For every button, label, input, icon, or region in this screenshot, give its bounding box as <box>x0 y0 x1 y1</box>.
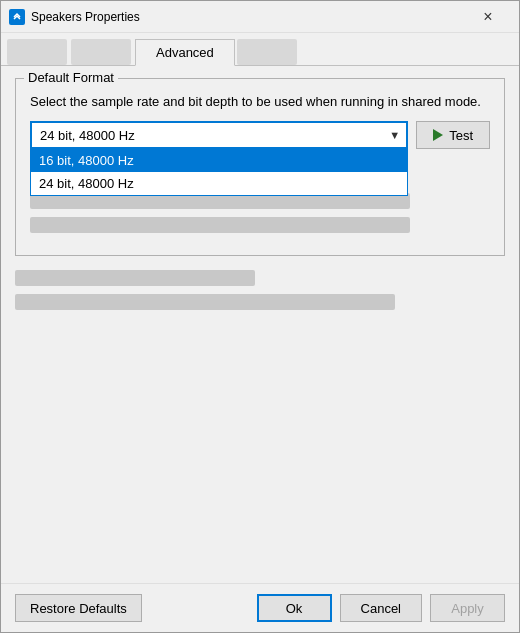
tab-bar: Advanced <box>1 33 519 66</box>
title-bar: Speakers Properties × <box>1 1 519 33</box>
close-button[interactable]: × <box>465 1 511 33</box>
default-format-group: Default Format Select the sample rate an… <box>15 78 505 256</box>
dropdown-item-2[interactable]: 24 bit, 48000 Hz <box>31 172 407 195</box>
dialog-buttons: Ok Cancel Apply <box>257 594 505 622</box>
ok-button[interactable]: Ok <box>257 594 332 622</box>
content-area: Default Format Select the sample rate an… <box>1 66 519 583</box>
tab-placeholder-3[interactable] <box>237 39 297 65</box>
cancel-button[interactable]: Cancel <box>340 594 422 622</box>
extra-section <box>15 270 505 310</box>
placeholder-bar-5 <box>15 294 395 310</box>
restore-defaults-button[interactable]: Restore Defaults <box>15 594 142 622</box>
tab-advanced[interactable]: Advanced <box>135 39 235 66</box>
description-text: Select the sample rate and bit depth to … <box>30 93 490 111</box>
test-button[interactable]: Test <box>416 121 490 149</box>
group-box-label: Default Format <box>24 70 118 85</box>
speakers-properties-window: Speakers Properties × Advanced Default F… <box>0 0 520 633</box>
window-icon <box>9 9 25 25</box>
placeholder-bar-3 <box>30 217 410 233</box>
format-dropdown-container: 24 bit, 48000 Hz ▼ 16 bit, 48000 Hz 24 b… <box>30 121 408 149</box>
placeholder-bar-4 <box>15 270 255 286</box>
play-icon <box>433 129 443 141</box>
dropdown-item-1[interactable]: 16 bit, 48000 Hz <box>31 149 407 172</box>
dropdown-list: 16 bit, 48000 Hz 24 bit, 48000 Hz <box>30 149 408 196</box>
tab-placeholder-1[interactable] <box>7 39 67 65</box>
footer: Restore Defaults Ok Cancel Apply <box>1 583 519 632</box>
format-selector-row: 24 bit, 48000 Hz ▼ 16 bit, 48000 Hz 24 b… <box>30 121 490 149</box>
window-title: Speakers Properties <box>31 10 465 24</box>
format-dropdown[interactable]: 24 bit, 48000 Hz <box>30 121 408 149</box>
tab-placeholder-2[interactable] <box>71 39 131 65</box>
apply-button[interactable]: Apply <box>430 594 505 622</box>
dropdown-current-value: 24 bit, 48000 Hz <box>40 128 135 143</box>
test-button-label: Test <box>449 128 473 143</box>
